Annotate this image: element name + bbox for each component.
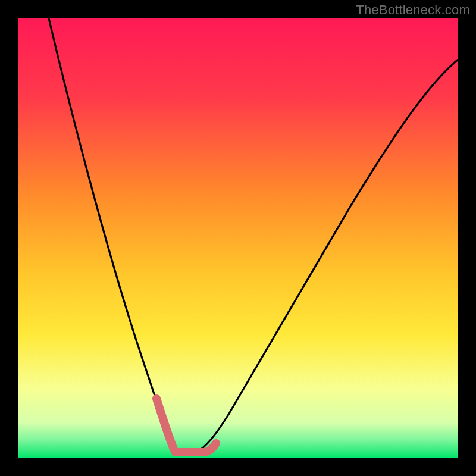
chart-container: TheBottleneck.com (0, 0, 476, 476)
watermark-text: TheBottleneck.com (356, 2, 470, 18)
plot-area (18, 18, 458, 458)
chart-svg (0, 0, 476, 476)
